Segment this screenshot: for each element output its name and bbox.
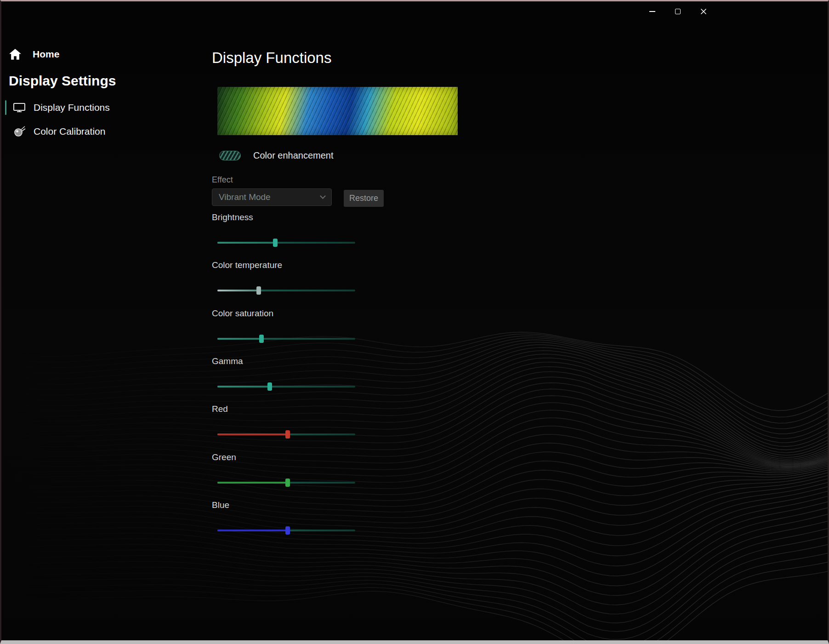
close-button[interactable] [691,4,716,19]
slider-fill [217,338,261,340]
color-saturation-label: Color saturation [212,308,363,319]
slider-row-green: Green [212,452,363,494]
gamma-slider[interactable] [217,382,355,391]
slider-fill [217,530,288,531]
chevron-down-icon [320,193,326,199]
slider-fill [217,386,270,388]
green-slider[interactable] [217,478,355,487]
calibration-icon [12,125,26,137]
brightness-label: Brightness [212,212,363,222]
slider-row-brightness: Brightness [212,212,363,254]
slider-row-color-temperature: Color temperature [212,260,363,302]
selected-indicator [5,100,6,115]
slider-fill [217,242,275,244]
red-slider[interactable] [217,430,355,439]
maximize-icon [675,9,681,14]
slider-thumb[interactable] [267,382,272,391]
slider-fill [217,290,259,291]
slider-row-color-saturation: Color saturation [212,308,363,350]
minimize-icon [649,11,655,12]
effect-label: Effect [212,175,233,185]
color-enhancement-label: Color enhancement [253,150,334,161]
slider-thumb[interactable] [285,479,290,487]
monitor-icon [12,102,26,113]
effect-dropdown[interactable]: Vibrant Mode [212,188,332,206]
close-icon [700,8,707,15]
sidebar-item-display-functions[interactable]: Display Functions [5,98,170,117]
slider-thumb[interactable] [285,526,290,535]
color-saturation-slider[interactable] [217,334,355,343]
color-enhancement-toggle[interactable] [219,151,241,160]
home-label: Home [33,49,59,60]
slider-thumb[interactable] [256,286,261,295]
sidebar-item-label: Display Functions [34,102,110,113]
blue-slider[interactable] [217,526,355,535]
slider-row-blue: Blue [212,500,363,541]
sidebar-section-title: Display Settings [9,73,116,89]
color-temperature-slider[interactable] [217,286,355,295]
window-controls [639,4,716,19]
maximize-button[interactable] [665,4,691,19]
color-temperature-label: Color temperature [212,260,363,270]
gamma-label: Gamma [212,356,363,366]
slider-thumb[interactable] [285,430,290,439]
slider-thumb[interactable] [273,239,278,247]
sidebar-item-color-calibration[interactable]: Color Calibration [5,122,170,141]
sidebar-item-home[interactable]: Home [9,48,59,60]
app-window: Home Display Settings Display Functions [0,0,829,644]
green-label: Green [212,452,363,462]
home-icon [9,48,22,60]
red-label: Red [212,404,363,414]
page-title: Display Functions [212,49,331,67]
minimize-button[interactable] [639,4,665,19]
slider-row-gamma: Gamma [212,356,363,398]
slider-fill [217,433,288,435]
restore-button[interactable]: Restore [344,190,384,207]
slider-fill [217,482,288,484]
effect-dropdown-value: Vibrant Mode [219,192,321,202]
color-enhancement-row: Color enhancement [219,150,334,161]
slider-row-red: Red [212,404,363,445]
sidebar-item-label: Color Calibration [34,126,105,137]
slider-thumb[interactable] [259,335,264,343]
brightness-slider[interactable] [217,238,355,247]
preview-image [217,87,458,135]
blue-label: Blue [212,500,363,510]
